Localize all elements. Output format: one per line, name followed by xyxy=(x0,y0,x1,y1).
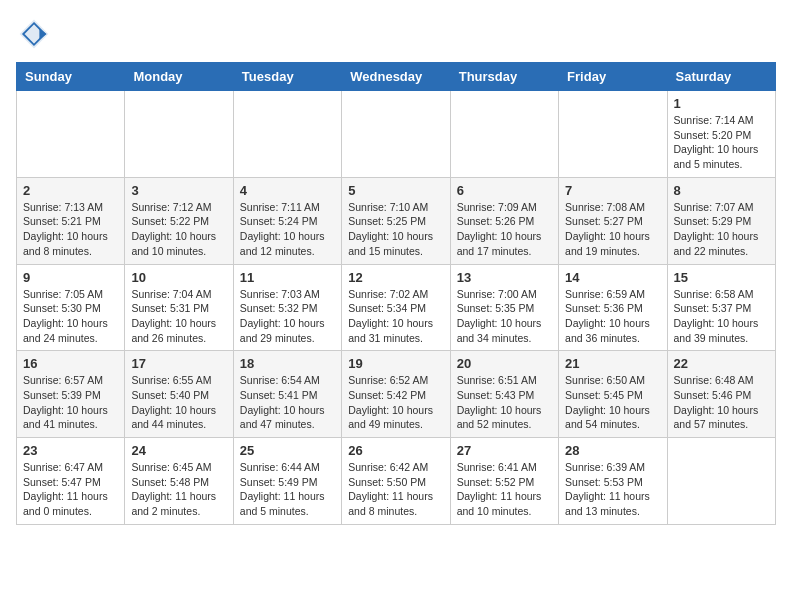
day-info: Sunrise: 7:04 AM Sunset: 5:31 PM Dayligh… xyxy=(131,287,226,346)
day-info: Sunrise: 6:41 AM Sunset: 5:52 PM Dayligh… xyxy=(457,460,552,519)
day-cell: 6Sunrise: 7:09 AM Sunset: 5:26 PM Daylig… xyxy=(450,177,558,264)
day-info: Sunrise: 6:54 AM Sunset: 5:41 PM Dayligh… xyxy=(240,373,335,432)
day-cell: 28Sunrise: 6:39 AM Sunset: 5:53 PM Dayli… xyxy=(559,438,667,525)
weekday-header-wednesday: Wednesday xyxy=(342,63,450,91)
day-cell: 7Sunrise: 7:08 AM Sunset: 5:27 PM Daylig… xyxy=(559,177,667,264)
day-cell: 4Sunrise: 7:11 AM Sunset: 5:24 PM Daylig… xyxy=(233,177,341,264)
calendar: SundayMondayTuesdayWednesdayThursdayFrid… xyxy=(16,62,776,525)
day-number: 12 xyxy=(348,270,443,285)
weekday-header-sunday: Sunday xyxy=(17,63,125,91)
day-number: 10 xyxy=(131,270,226,285)
day-info: Sunrise: 6:42 AM Sunset: 5:50 PM Dayligh… xyxy=(348,460,443,519)
day-number: 21 xyxy=(565,356,660,371)
day-number: 7 xyxy=(565,183,660,198)
day-cell: 10Sunrise: 7:04 AM Sunset: 5:31 PM Dayli… xyxy=(125,264,233,351)
weekday-header-row: SundayMondayTuesdayWednesdayThursdayFrid… xyxy=(17,63,776,91)
day-info: Sunrise: 7:13 AM Sunset: 5:21 PM Dayligh… xyxy=(23,200,118,259)
day-number: 13 xyxy=(457,270,552,285)
day-number: 9 xyxy=(23,270,118,285)
day-info: Sunrise: 7:08 AM Sunset: 5:27 PM Dayligh… xyxy=(565,200,660,259)
logo xyxy=(16,16,56,52)
day-cell: 21Sunrise: 6:50 AM Sunset: 5:45 PM Dayli… xyxy=(559,351,667,438)
logo-icon xyxy=(16,16,52,52)
day-number: 15 xyxy=(674,270,769,285)
day-info: Sunrise: 7:09 AM Sunset: 5:26 PM Dayligh… xyxy=(457,200,552,259)
week-row-1: 1Sunrise: 7:14 AM Sunset: 5:20 PM Daylig… xyxy=(17,91,776,178)
day-cell: 25Sunrise: 6:44 AM Sunset: 5:49 PM Dayli… xyxy=(233,438,341,525)
day-cell: 2Sunrise: 7:13 AM Sunset: 5:21 PM Daylig… xyxy=(17,177,125,264)
day-info: Sunrise: 6:59 AM Sunset: 5:36 PM Dayligh… xyxy=(565,287,660,346)
day-cell: 26Sunrise: 6:42 AM Sunset: 5:50 PM Dayli… xyxy=(342,438,450,525)
day-cell: 9Sunrise: 7:05 AM Sunset: 5:30 PM Daylig… xyxy=(17,264,125,351)
day-cell: 19Sunrise: 6:52 AM Sunset: 5:42 PM Dayli… xyxy=(342,351,450,438)
day-number: 25 xyxy=(240,443,335,458)
day-number: 4 xyxy=(240,183,335,198)
day-info: Sunrise: 6:51 AM Sunset: 5:43 PM Dayligh… xyxy=(457,373,552,432)
day-cell: 22Sunrise: 6:48 AM Sunset: 5:46 PM Dayli… xyxy=(667,351,775,438)
day-number: 5 xyxy=(348,183,443,198)
day-number: 27 xyxy=(457,443,552,458)
week-row-4: 16Sunrise: 6:57 AM Sunset: 5:39 PM Dayli… xyxy=(17,351,776,438)
day-info: Sunrise: 6:58 AM Sunset: 5:37 PM Dayligh… xyxy=(674,287,769,346)
day-number: 1 xyxy=(674,96,769,111)
day-cell: 27Sunrise: 6:41 AM Sunset: 5:52 PM Dayli… xyxy=(450,438,558,525)
day-cell: 3Sunrise: 7:12 AM Sunset: 5:22 PM Daylig… xyxy=(125,177,233,264)
week-row-2: 2Sunrise: 7:13 AM Sunset: 5:21 PM Daylig… xyxy=(17,177,776,264)
day-info: Sunrise: 6:50 AM Sunset: 5:45 PM Dayligh… xyxy=(565,373,660,432)
day-cell xyxy=(233,91,341,178)
day-info: Sunrise: 6:48 AM Sunset: 5:46 PM Dayligh… xyxy=(674,373,769,432)
day-cell: 18Sunrise: 6:54 AM Sunset: 5:41 PM Dayli… xyxy=(233,351,341,438)
week-row-3: 9Sunrise: 7:05 AM Sunset: 5:30 PM Daylig… xyxy=(17,264,776,351)
day-info: Sunrise: 6:57 AM Sunset: 5:39 PM Dayligh… xyxy=(23,373,118,432)
day-number: 14 xyxy=(565,270,660,285)
day-cell: 13Sunrise: 7:00 AM Sunset: 5:35 PM Dayli… xyxy=(450,264,558,351)
day-cell: 20Sunrise: 6:51 AM Sunset: 5:43 PM Dayli… xyxy=(450,351,558,438)
day-number: 3 xyxy=(131,183,226,198)
weekday-header-friday: Friday xyxy=(559,63,667,91)
day-number: 6 xyxy=(457,183,552,198)
day-info: Sunrise: 6:44 AM Sunset: 5:49 PM Dayligh… xyxy=(240,460,335,519)
weekday-header-tuesday: Tuesday xyxy=(233,63,341,91)
day-cell xyxy=(342,91,450,178)
day-cell: 14Sunrise: 6:59 AM Sunset: 5:36 PM Dayli… xyxy=(559,264,667,351)
day-cell xyxy=(450,91,558,178)
day-cell: 5Sunrise: 7:10 AM Sunset: 5:25 PM Daylig… xyxy=(342,177,450,264)
day-number: 18 xyxy=(240,356,335,371)
week-row-5: 23Sunrise: 6:47 AM Sunset: 5:47 PM Dayli… xyxy=(17,438,776,525)
day-number: 19 xyxy=(348,356,443,371)
weekday-header-monday: Monday xyxy=(125,63,233,91)
day-cell xyxy=(17,91,125,178)
day-number: 16 xyxy=(23,356,118,371)
day-number: 28 xyxy=(565,443,660,458)
day-number: 23 xyxy=(23,443,118,458)
day-cell: 11Sunrise: 7:03 AM Sunset: 5:32 PM Dayli… xyxy=(233,264,341,351)
day-cell: 16Sunrise: 6:57 AM Sunset: 5:39 PM Dayli… xyxy=(17,351,125,438)
day-number: 24 xyxy=(131,443,226,458)
day-number: 8 xyxy=(674,183,769,198)
day-cell: 12Sunrise: 7:02 AM Sunset: 5:34 PM Dayli… xyxy=(342,264,450,351)
day-cell xyxy=(125,91,233,178)
day-number: 22 xyxy=(674,356,769,371)
day-number: 11 xyxy=(240,270,335,285)
day-info: Sunrise: 7:07 AM Sunset: 5:29 PM Dayligh… xyxy=(674,200,769,259)
day-info: Sunrise: 6:39 AM Sunset: 5:53 PM Dayligh… xyxy=(565,460,660,519)
day-info: Sunrise: 7:14 AM Sunset: 5:20 PM Dayligh… xyxy=(674,113,769,172)
day-number: 26 xyxy=(348,443,443,458)
day-cell: 15Sunrise: 6:58 AM Sunset: 5:37 PM Dayli… xyxy=(667,264,775,351)
day-cell xyxy=(559,91,667,178)
day-info: Sunrise: 7:03 AM Sunset: 5:32 PM Dayligh… xyxy=(240,287,335,346)
day-info: Sunrise: 6:47 AM Sunset: 5:47 PM Dayligh… xyxy=(23,460,118,519)
day-cell xyxy=(667,438,775,525)
day-number: 17 xyxy=(131,356,226,371)
day-cell: 24Sunrise: 6:45 AM Sunset: 5:48 PM Dayli… xyxy=(125,438,233,525)
day-info: Sunrise: 6:55 AM Sunset: 5:40 PM Dayligh… xyxy=(131,373,226,432)
day-info: Sunrise: 7:10 AM Sunset: 5:25 PM Dayligh… xyxy=(348,200,443,259)
day-cell: 1Sunrise: 7:14 AM Sunset: 5:20 PM Daylig… xyxy=(667,91,775,178)
day-number: 2 xyxy=(23,183,118,198)
day-info: Sunrise: 6:52 AM Sunset: 5:42 PM Dayligh… xyxy=(348,373,443,432)
day-cell: 17Sunrise: 6:55 AM Sunset: 5:40 PM Dayli… xyxy=(125,351,233,438)
day-info: Sunrise: 7:11 AM Sunset: 5:24 PM Dayligh… xyxy=(240,200,335,259)
day-cell: 8Sunrise: 7:07 AM Sunset: 5:29 PM Daylig… xyxy=(667,177,775,264)
day-info: Sunrise: 7:00 AM Sunset: 5:35 PM Dayligh… xyxy=(457,287,552,346)
header xyxy=(16,16,776,52)
